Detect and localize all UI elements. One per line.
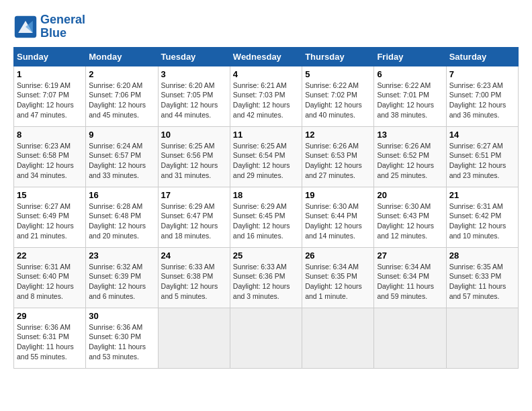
day-cell-10: 10 Sunrise: 6:25 AM Sunset: 6:56 PM Dayl… — [158, 126, 230, 187]
empty-cell — [374, 308, 446, 368]
day-number: 15 — [17, 190, 83, 200]
day-info: Sunrise: 6:27 AM Sunset: 6:49 PM Dayligh… — [17, 201, 83, 241]
day-info: Sunrise: 6:22 AM Sunset: 7:02 PM Dayligh… — [305, 81, 371, 120]
day-cell-1: 1 Sunrise: 6:19 AM Sunset: 7:07 PM Dayli… — [14, 66, 86, 126]
day-info: Sunrise: 6:26 AM Sunset: 6:52 PM Dayligh… — [377, 141, 443, 181]
calendar-week-5: 29 Sunrise: 6:36 AM Sunset: 6:31 PM Dayl… — [14, 308, 519, 368]
day-number: 19 — [305, 190, 371, 200]
day-cell-14: 14 Sunrise: 6:27 AM Sunset: 6:51 PM Dayl… — [446, 126, 518, 187]
day-number: 10 — [161, 130, 227, 140]
day-cell-2: 2 Sunrise: 6:20 AM Sunset: 7:06 PM Dayli… — [86, 66, 158, 126]
weekday-header-saturday: Saturday — [446, 47, 518, 66]
day-info: Sunrise: 6:20 AM Sunset: 7:06 PM Dayligh… — [89, 81, 154, 120]
day-cell-28: 28 Sunrise: 6:35 AM Sunset: 6:33 PM Dayl… — [446, 247, 518, 308]
calendar-table: SundayMondayTuesdayWednesdayThursdayFrid… — [13, 47, 519, 369]
day-cell-24: 24 Sunrise: 6:33 AM Sunset: 6:38 PM Dayl… — [158, 247, 230, 308]
day-info: Sunrise: 6:34 AM Sunset: 6:34 PM Dayligh… — [377, 262, 443, 302]
day-number: 25 — [233, 250, 299, 261]
day-cell-23: 23 Sunrise: 6:32 AM Sunset: 6:39 PM Dayl… — [86, 247, 158, 308]
day-info: Sunrise: 6:22 AM Sunset: 7:01 PM Dayligh… — [377, 81, 443, 120]
day-cell-19: 19 Sunrise: 6:30 AM Sunset: 6:44 PM Dayl… — [302, 187, 374, 247]
day-cell-8: 8 Sunrise: 6:23 AM Sunset: 6:58 PM Dayli… — [14, 126, 86, 187]
empty-cell — [158, 308, 230, 368]
logo-icon — [13, 15, 38, 39]
day-info: Sunrise: 6:29 AM Sunset: 6:45 PM Dayligh… — [233, 201, 299, 241]
day-cell-21: 21 Sunrise: 6:31 AM Sunset: 6:42 PM Dayl… — [446, 187, 518, 247]
day-info: Sunrise: 6:26 AM Sunset: 6:53 PM Dayligh… — [305, 141, 371, 181]
day-info: Sunrise: 6:32 AM Sunset: 6:39 PM Dayligh… — [89, 262, 154, 302]
day-cell-6: 6 Sunrise: 6:22 AM Sunset: 7:01 PM Dayli… — [374, 66, 446, 126]
day-info: Sunrise: 6:33 AM Sunset: 6:36 PM Dayligh… — [233, 262, 299, 302]
day-info: Sunrise: 6:20 AM Sunset: 7:05 PM Dayligh… — [161, 81, 227, 120]
day-number: 23 — [89, 250, 154, 261]
day-number: 14 — [449, 130, 515, 140]
day-info: Sunrise: 6:21 AM Sunset: 7:03 PM Dayligh… — [233, 81, 299, 120]
day-number: 26 — [305, 250, 371, 261]
weekday-header-thursday: Thursday — [302, 47, 374, 66]
day-number: 2 — [89, 69, 154, 79]
day-number: 6 — [377, 69, 443, 79]
weekday-header-monday: Monday — [86, 47, 158, 66]
day-number: 8 — [17, 130, 83, 140]
page-header: General Blue — [13, 13, 519, 40]
day-cell-17: 17 Sunrise: 6:29 AM Sunset: 6:47 PM Dayl… — [158, 187, 230, 247]
day-number: 4 — [233, 69, 299, 79]
day-info: Sunrise: 6:27 AM Sunset: 6:51 PM Dayligh… — [449, 141, 515, 181]
day-info: Sunrise: 6:30 AM Sunset: 6:43 PM Dayligh… — [377, 201, 443, 241]
day-number: 5 — [305, 69, 371, 79]
empty-cell — [446, 308, 518, 368]
day-cell-26: 26 Sunrise: 6:34 AM Sunset: 6:35 PM Dayl… — [302, 247, 374, 308]
day-cell-25: 25 Sunrise: 6:33 AM Sunset: 6:36 PM Dayl… — [230, 247, 302, 308]
day-number: 11 — [233, 130, 299, 140]
day-info: Sunrise: 6:24 AM Sunset: 6:57 PM Dayligh… — [89, 141, 154, 181]
weekday-header-wednesday: Wednesday — [230, 47, 302, 66]
day-number: 28 — [449, 250, 515, 261]
day-info: Sunrise: 6:25 AM Sunset: 6:56 PM Dayligh… — [161, 141, 227, 181]
calendar-week-4: 22 Sunrise: 6:31 AM Sunset: 6:40 PM Dayl… — [14, 247, 519, 308]
calendar-week-3: 15 Sunrise: 6:27 AM Sunset: 6:49 PM Dayl… — [14, 187, 519, 247]
day-number: 7 — [449, 69, 515, 79]
day-info: Sunrise: 6:31 AM Sunset: 6:40 PM Dayligh… — [17, 262, 83, 302]
day-cell-27: 27 Sunrise: 6:34 AM Sunset: 6:34 PM Dayl… — [374, 247, 446, 308]
day-info: Sunrise: 6:36 AM Sunset: 6:31 PM Dayligh… — [17, 322, 83, 362]
weekday-header-sunday: Sunday — [14, 47, 86, 66]
day-cell-30: 30 Sunrise: 6:36 AM Sunset: 6:30 PM Dayl… — [86, 308, 158, 368]
day-cell-5: 5 Sunrise: 6:22 AM Sunset: 7:02 PM Dayli… — [302, 66, 374, 126]
day-info: Sunrise: 6:23 AM Sunset: 7:00 PM Dayligh… — [449, 81, 515, 120]
day-number: 16 — [89, 190, 154, 200]
day-info: Sunrise: 6:36 AM Sunset: 6:30 PM Dayligh… — [89, 322, 154, 362]
day-cell-3: 3 Sunrise: 6:20 AM Sunset: 7:05 PM Dayli… — [158, 66, 230, 126]
day-number: 22 — [17, 250, 83, 261]
day-number: 29 — [17, 311, 83, 321]
day-number: 21 — [449, 190, 515, 200]
day-number: 13 — [377, 130, 443, 140]
empty-cell — [302, 308, 374, 368]
day-number: 1 — [17, 69, 83, 79]
day-number: 12 — [305, 130, 371, 140]
day-number: 20 — [377, 190, 443, 200]
day-number: 24 — [161, 250, 227, 261]
logo: General Blue — [13, 13, 85, 40]
day-number: 27 — [377, 250, 443, 261]
day-info: Sunrise: 6:34 AM Sunset: 6:35 PM Dayligh… — [305, 262, 371, 302]
day-cell-20: 20 Sunrise: 6:30 AM Sunset: 6:43 PM Dayl… — [374, 187, 446, 247]
day-info: Sunrise: 6:19 AM Sunset: 7:07 PM Dayligh… — [17, 81, 83, 120]
empty-cell — [230, 308, 302, 368]
day-number: 3 — [161, 69, 227, 79]
day-info: Sunrise: 6:23 AM Sunset: 6:58 PM Dayligh… — [17, 141, 83, 181]
day-info: Sunrise: 6:35 AM Sunset: 6:33 PM Dayligh… — [449, 262, 515, 302]
day-cell-15: 15 Sunrise: 6:27 AM Sunset: 6:49 PM Dayl… — [14, 187, 86, 247]
day-cell-16: 16 Sunrise: 6:28 AM Sunset: 6:48 PM Dayl… — [86, 187, 158, 247]
day-number: 30 — [89, 311, 154, 321]
day-cell-13: 13 Sunrise: 6:26 AM Sunset: 6:52 PM Dayl… — [374, 126, 446, 187]
day-cell-11: 11 Sunrise: 6:25 AM Sunset: 6:54 PM Dayl… — [230, 126, 302, 187]
day-info: Sunrise: 6:30 AM Sunset: 6:44 PM Dayligh… — [305, 201, 371, 241]
logo-text: General Blue — [40, 13, 85, 40]
weekday-header-friday: Friday — [374, 47, 446, 66]
day-info: Sunrise: 6:28 AM Sunset: 6:48 PM Dayligh… — [89, 201, 154, 241]
day-cell-29: 29 Sunrise: 6:36 AM Sunset: 6:31 PM Dayl… — [14, 308, 86, 368]
day-info: Sunrise: 6:31 AM Sunset: 6:42 PM Dayligh… — [449, 201, 515, 241]
day-cell-7: 7 Sunrise: 6:23 AM Sunset: 7:00 PM Dayli… — [446, 66, 518, 126]
day-number: 17 — [161, 190, 227, 200]
calendar-week-1: 1 Sunrise: 6:19 AM Sunset: 7:07 PM Dayli… — [14, 66, 519, 126]
